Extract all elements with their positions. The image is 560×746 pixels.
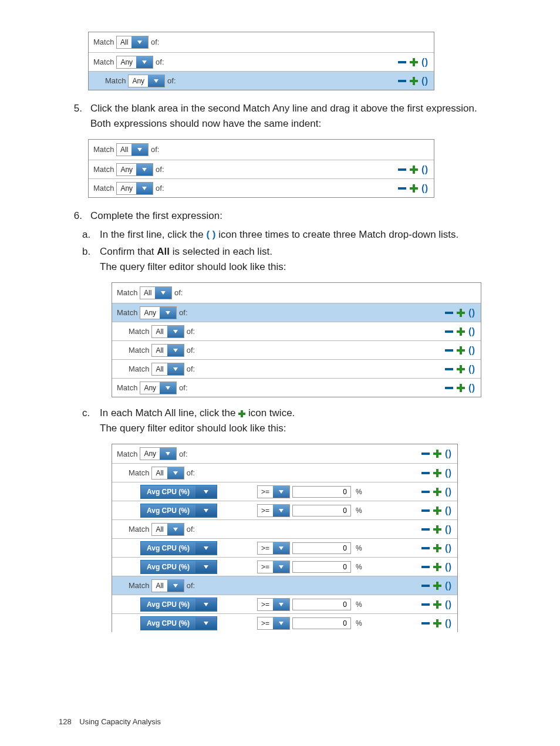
plus-icon[interactable] (433, 450, 441, 458)
minus-icon[interactable] (421, 453, 430, 455)
minus-icon[interactable] (398, 61, 406, 63)
value-input[interactable] (292, 486, 351, 498)
paren-icon[interactable]: ( ) (445, 448, 450, 459)
condition-row[interactable]: Avg CPU (%)>=% ( ) (112, 595, 457, 613)
match-select[interactable]: Any (116, 182, 153, 195)
minus-icon[interactable] (398, 80, 406, 82)
metric-select[interactable]: Avg CPU (%) (140, 485, 217, 499)
minus-icon[interactable] (445, 349, 453, 352)
minus-icon[interactable] (421, 491, 430, 493)
minus-icon[interactable] (421, 528, 430, 531)
metric-select[interactable]: Avg CPU (%) (140, 616, 217, 630)
match-select[interactable]: All (151, 344, 184, 357)
operator-select[interactable]: >= (257, 504, 290, 517)
plus-icon[interactable] (433, 600, 441, 609)
value-input[interactable] (292, 599, 351, 610)
paren-icon[interactable]: ( ) (445, 505, 450, 516)
metric-select[interactable]: Avg CPU (%) (140, 598, 217, 612)
filter-row[interactable]: MatchAnyof: ( ) (89, 71, 434, 90)
filter-row[interactable]: MatchAllof: ( ) (112, 322, 481, 340)
value-input[interactable] (292, 561, 351, 573)
minus-icon[interactable] (421, 566, 430, 568)
match-select[interactable]: All (116, 36, 149, 49)
operator-select[interactable]: >= (257, 561, 290, 573)
match-select[interactable]: Any (140, 306, 177, 319)
plus-icon[interactable] (433, 563, 441, 571)
filter-row[interactable]: MatchAllof: ( ) (112, 576, 457, 595)
filter-row[interactable]: MatchAnyof: ( ) (112, 378, 481, 397)
metric-select[interactable]: Avg CPU (%) (140, 504, 217, 518)
operator-select[interactable]: >= (257, 598, 290, 611)
match-select[interactable]: All (151, 325, 184, 338)
match-select[interactable]: All (116, 143, 149, 156)
paren-icon[interactable]: ( ) (421, 164, 427, 175)
paren-icon[interactable]: ( ) (445, 562, 450, 572)
value-input[interactable] (292, 542, 351, 554)
match-select[interactable]: All (151, 523, 184, 536)
plus-icon[interactable] (410, 166, 418, 174)
condition-row[interactable]: Avg CPU (%)>=% ( ) (112, 557, 457, 576)
paren-icon[interactable]: ( ) (468, 308, 474, 318)
plus-icon[interactable] (457, 346, 465, 355)
paren-icon[interactable]: ( ) (445, 468, 450, 478)
plus-icon[interactable] (433, 525, 441, 534)
plus-icon[interactable] (433, 544, 441, 552)
match-select[interactable]: All (151, 579, 184, 592)
condition-row[interactable]: Avg CPU (%)>=% ( ) (112, 482, 457, 501)
filter-row[interactable]: MatchAnyof: ( ) (89, 160, 434, 178)
plus-icon[interactable] (410, 184, 418, 193)
paren-icon[interactable]: ( ) (421, 57, 427, 67)
filter-row[interactable]: MatchAnyof: ( ) (89, 178, 434, 197)
minus-icon[interactable] (421, 622, 430, 625)
plus-icon[interactable] (433, 582, 441, 590)
match-select[interactable]: Any (140, 382, 177, 394)
metric-select[interactable]: Avg CPU (%) (140, 541, 217, 555)
paren-icon[interactable]: ( ) (445, 599, 450, 610)
plus-icon[interactable] (457, 309, 465, 317)
paren-icon[interactable]: ( ) (445, 618, 450, 629)
filter-row[interactable]: MatchAllof: ( ) (112, 359, 481, 378)
minus-icon[interactable] (421, 547, 430, 549)
minus-icon[interactable] (398, 168, 406, 171)
operator-select[interactable]: >= (257, 485, 290, 498)
condition-row[interactable]: Avg CPU (%)>=% ( ) (112, 501, 457, 519)
paren-icon[interactable]: ( ) (468, 326, 474, 337)
plus-icon[interactable] (457, 328, 465, 336)
paren-icon[interactable]: ( ) (445, 543, 450, 553)
match-select[interactable]: Any (116, 163, 153, 176)
minus-icon[interactable] (445, 330, 453, 333)
metric-select[interactable]: Avg CPU (%) (140, 560, 217, 574)
minus-icon[interactable] (445, 387, 453, 389)
paren-icon[interactable]: ( ) (445, 580, 450, 591)
condition-row[interactable]: Avg CPU (%)>=% ( ) (112, 613, 457, 632)
value-input[interactable] (292, 505, 351, 517)
value-input[interactable] (292, 617, 351, 629)
plus-icon[interactable] (457, 365, 465, 373)
minus-icon[interactable] (445, 312, 453, 314)
operator-select[interactable]: >= (257, 617, 290, 630)
match-select[interactable]: All (151, 467, 184, 480)
plus-icon[interactable] (433, 507, 441, 515)
match-select[interactable]: Any (140, 447, 177, 460)
minus-icon[interactable] (421, 585, 430, 587)
paren-icon[interactable]: ( ) (421, 76, 427, 86)
condition-row[interactable]: Avg CPU (%)>=% ( ) (112, 538, 457, 557)
paren-icon[interactable]: ( ) (468, 364, 474, 374)
paren-icon[interactable]: ( ) (421, 183, 427, 194)
filter-row[interactable]: MatchAllof: ( ) (112, 519, 457, 538)
filter-row[interactable]: MatchAnyof: ( ) (112, 444, 457, 463)
minus-icon[interactable] (421, 472, 430, 474)
operator-select[interactable]: >= (257, 542, 290, 555)
plus-icon[interactable] (410, 77, 418, 85)
paren-icon[interactable]: ( ) (468, 383, 474, 393)
filter-row[interactable]: MatchAllof: ( ) (112, 340, 481, 359)
plus-icon[interactable] (433, 488, 441, 496)
plus-icon[interactable] (433, 619, 441, 627)
paren-icon[interactable]: ( ) (445, 487, 450, 497)
minus-icon[interactable] (445, 368, 453, 370)
paren-icon[interactable]: ( ) (445, 524, 450, 535)
filter-row[interactable]: MatchAnyof: ( ) (89, 52, 434, 71)
plus-icon[interactable] (433, 469, 441, 477)
plus-icon[interactable] (457, 384, 465, 392)
minus-icon[interactable] (421, 603, 430, 606)
